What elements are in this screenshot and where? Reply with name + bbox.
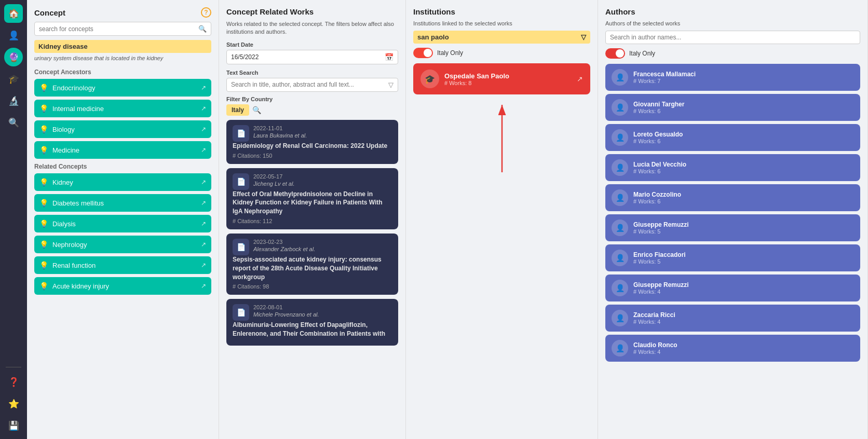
concept-item-internal-medicine[interactable]: 💡Internal medicine ↗ (34, 100, 211, 117)
author-works: # Works: 4 (633, 349, 677, 355)
concept-item-dialysis[interactable]: 💡Dialysis ↗ (34, 215, 211, 232)
doc-icon: 📄 (233, 304, 249, 321)
inst-name: Ospedale San Paolo (444, 72, 509, 80)
country-search-icon[interactable]: 🔍 (252, 106, 261, 114)
author-card-2[interactable]: 👤 Loreto Gesualdo# Works: 6 (605, 124, 860, 151)
nav-star[interactable]: ⭐ (4, 394, 23, 413)
external-link-icon[interactable]: ↗ (201, 220, 206, 227)
author-avatar: 👤 (612, 159, 628, 176)
nav-help[interactable]: ❓ (4, 373, 23, 391)
institutions-panel: Institutions Institutions linked to the … (406, 0, 598, 439)
concept-item-diabetes[interactable]: 💡Diabetes mellitus ↗ (34, 194, 211, 212)
external-link-icon[interactable]: ↗ (201, 84, 206, 91)
author-card-0[interactable]: 👤 Francesca Mallamaci# Works: 7 (605, 64, 860, 91)
concept-item-acute-kidney[interactable]: 💡Acute kidney injury ↗ (34, 277, 211, 295)
authors-panel-header: Authors (598, 0, 867, 20)
info-icon[interactable]: ? (201, 7, 211, 18)
author-name: Enrico Fiaccadori (633, 251, 686, 258)
concept-item-label: Dialysis (52, 220, 76, 228)
start-date-label: Start Date (226, 42, 398, 48)
author-card-6[interactable]: 👤 Enrico Fiaccadori# Works: 5 (605, 244, 860, 271)
bulb-icon: 💡 (39, 261, 48, 269)
selected-concept[interactable]: Kidney disease (34, 40, 211, 53)
external-link-icon[interactable]: ↗ (201, 146, 206, 154)
authors-toggle-label: Italy Only (629, 50, 655, 57)
related-label: Related Concepts (34, 163, 211, 170)
country-tag[interactable]: Italy (226, 104, 249, 116)
concept-item-renal-function[interactable]: 💡Renal function ↗ (34, 256, 211, 274)
author-works: # Works: 4 (633, 289, 689, 295)
inst-filter-icon[interactable]: ▽ (581, 33, 586, 41)
bulb-icon: 💡 (39, 240, 48, 249)
nav-user[interactable]: 👤 (4, 26, 23, 45)
external-link-icon[interactable]: ↗ (201, 179, 206, 186)
author-name: Giuseppe Remuzzi (633, 221, 689, 228)
author-search-input[interactable] (610, 34, 856, 41)
author-card-4[interactable]: 👤 Mario Cozzolino# Works: 6 (605, 184, 860, 211)
author-avatar: 👤 (612, 310, 628, 326)
filter-icon[interactable]: ▽ (388, 81, 394, 89)
work-date: 2023-02-23 (253, 239, 315, 245)
ancestors-list: 💡Endocrinology ↗ 💡Internal medicine ↗ 💡B… (27, 79, 219, 439)
concept-search-input[interactable] (39, 25, 198, 33)
authors-panel: Authors Authors of the selected works It… (598, 0, 868, 439)
start-date-row[interactable]: 16/5/2022 📅 (226, 50, 398, 64)
author-works: # Works: 6 (633, 108, 684, 114)
author-works: # Works: 6 (633, 198, 681, 204)
work-card-3[interactable]: 📄 2022-08-01 Michele Provenzano et al. A… (226, 299, 398, 346)
institutions-title: Institutions (413, 7, 455, 16)
external-link-icon[interactable]: ↗ (201, 105, 206, 112)
concept-item-endocrinology[interactable]: 💡Endocrinology ↗ (34, 79, 211, 97)
author-name: Francesca Mallamaci (633, 71, 696, 78)
author-works: # Works: 7 (633, 78, 696, 84)
concept-search-box[interactable]: 🔍 (34, 22, 211, 36)
text-search-input[interactable] (231, 81, 388, 88)
external-link-icon[interactable]: ↗ (201, 241, 206, 248)
nav-lab[interactable]: 🔬 (4, 91, 23, 110)
nav-search[interactable]: 🔮 (4, 48, 23, 66)
inst-external-link-icon[interactable]: ↗ (577, 75, 583, 83)
calendar-icon[interactable]: 📅 (385, 53, 394, 61)
work-card-2[interactable]: 📄 2023-02-23 Alexander Zarbock et al. Se… (226, 234, 398, 295)
concept-item-medicine[interactable]: 💡Medicine ↗ (34, 141, 211, 159)
external-link-icon[interactable]: ↗ (201, 262, 206, 269)
author-card-1[interactable]: 👤 Giovanni Targher# Works: 6 (605, 94, 860, 121)
authors-title: Authors (605, 7, 635, 16)
nav-explore[interactable]: 🔍 (4, 113, 23, 132)
external-link-icon[interactable]: ↗ (201, 282, 206, 290)
bulb-icon: 💡 (39, 178, 48, 186)
author-card-3[interactable]: 👤 Lucia Del Vecchio# Works: 6 (605, 154, 860, 181)
concept-item-nephrology[interactable]: 💡Nephrology ↗ (34, 236, 211, 253)
inst-search-row[interactable]: san paolo ▽ (413, 31, 590, 44)
authors-description: Authors of the selected works (605, 20, 860, 26)
nav-education[interactable]: 🎓 (4, 70, 23, 88)
nav-save[interactable]: 💾 (4, 416, 23, 435)
bulb-icon: 💡 (39, 84, 48, 92)
filter-country-label: Filter By Country (226, 96, 398, 102)
external-link-icon[interactable]: ↗ (201, 126, 206, 133)
author-card-8[interactable]: 👤 Zaccaria Ricci# Works: 4 (605, 305, 860, 332)
institution-card[interactable]: 🎓 Ospedale San Paolo # Works: 8 ↗ (413, 63, 590, 94)
work-card-0[interactable]: 📄 2022-11-01 Laura Bukavina et al. Epide… (226, 120, 398, 164)
inst-toggle-row: Italy Only (413, 48, 590, 58)
inst-italy-toggle[interactable] (413, 48, 433, 58)
left-nav: 🏠 👤 🔮 🎓 🔬 🔍 ❓ ⭐ 💾 (0, 0, 27, 439)
work-card-1[interactable]: 📄 2022-05-17 Jicheng Lv et al. Effect of… (226, 168, 398, 229)
author-name: Loreto Gesualdo (633, 131, 683, 138)
author-card-9[interactable]: 👤 Claudio Ronco# Works: 4 (605, 335, 860, 362)
author-name: Claudio Ronco (633, 341, 677, 349)
work-authors: Jicheng Lv et al. (253, 181, 295, 187)
concept-item-biology[interactable]: 💡Biology ↗ (34, 120, 211, 138)
text-search-row[interactable]: ▽ (226, 78, 398, 92)
external-link-icon[interactable]: ↗ (201, 199, 206, 207)
nav-home[interactable]: 🏠 (4, 4, 23, 23)
inst-search-value: san paolo (417, 33, 449, 41)
author-works: # Works: 4 (633, 319, 675, 325)
authors-italy-toggle[interactable] (605, 48, 625, 59)
author-card-7[interactable]: 👤 Giuseppe Remuzzi# Works: 4 (605, 275, 860, 301)
concept-item-kidney[interactable]: 💡Kidney ↗ (34, 173, 211, 191)
author-search-row[interactable] (605, 31, 860, 44)
author-avatar: 👤 (612, 69, 628, 86)
author-avatar: 👤 (612, 220, 628, 236)
author-card-5[interactable]: 👤 Giuseppe Remuzzi# Works: 5 (605, 214, 860, 241)
